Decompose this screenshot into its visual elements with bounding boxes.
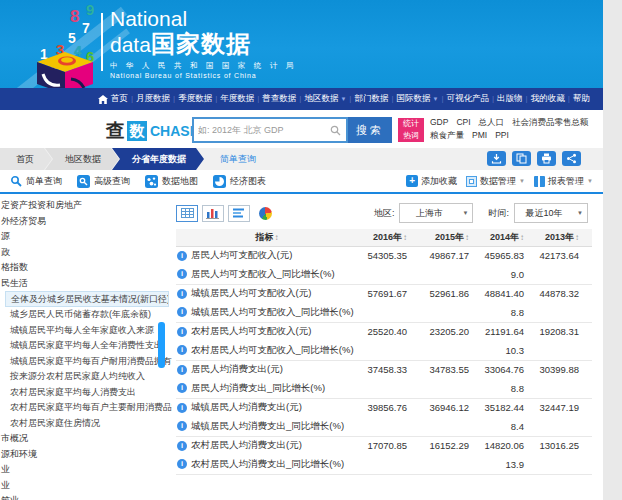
- table-body: i居民人均可支配收入(元)54305.3549867.1745965.83421…: [176, 246, 592, 474]
- report-manage-menu[interactable]: 报表管理 ▼: [534, 175, 593, 188]
- sidebar-item[interactable]: 民生活: [0, 276, 172, 292]
- download-button[interactable]: [487, 151, 506, 166]
- sidebar-item[interactable]: 农村居民家庭平均每百户主要耐用消费品拥有量: [0, 400, 172, 416]
- sidebar-item[interactable]: 市概况: [0, 431, 172, 447]
- tab-advanced-search[interactable]: 高级查询: [77, 175, 130, 188]
- search-input[interactable]: [194, 125, 330, 135]
- info-icon[interactable]: i: [177, 383, 187, 393]
- tab-search[interactable]: 简单查询: [10, 175, 62, 188]
- nav-item-home[interactable]: 首页: [98, 93, 128, 105]
- sidebar-item[interactable]: 农村居民家庭平均每人消费支出: [0, 385, 172, 401]
- sidebar-item[interactable]: 外经济贸易: [0, 214, 172, 230]
- info-icon[interactable]: i: [177, 269, 187, 279]
- tab-data-map[interactable]: 数据地图: [145, 175, 198, 188]
- info-icon[interactable]: i: [177, 251, 187, 261]
- nav-item[interactable]: 部门数据: [354, 93, 388, 105]
- info-icon[interactable]: i: [177, 345, 187, 355]
- column-header-year[interactable]: 2014年↕: [482, 229, 537, 246]
- hot-word-link[interactable]: 粮食产量: [430, 129, 464, 142]
- nav-item[interactable]: 月度数据: [136, 93, 170, 105]
- add-favorite-button[interactable]: + 添加收藏: [406, 175, 457, 188]
- value-cell: 57691.67: [358, 284, 420, 303]
- column-header-indicator[interactable]: 指标↕: [176, 229, 358, 246]
- value-cell: 13016.25: [537, 436, 592, 455]
- search-button[interactable]: 搜索: [348, 117, 392, 143]
- sidebar-item[interactable]: 城乡居民人民币储蓄存款(年底余额): [0, 307, 172, 323]
- column-header-year[interactable]: 2016年↕: [358, 229, 420, 246]
- column-header-year[interactable]: 2015年↕: [420, 229, 482, 246]
- breadcrumb-item[interactable]: 简单查询: [204, 148, 272, 170]
- sidebar-item[interactable]: 城镇居民家庭平均每百户耐用消费品拥有量: [0, 354, 172, 370]
- sidebar-item[interactable]: 农村居民家庭住房情况: [0, 416, 172, 432]
- info-icon[interactable]: i: [177, 365, 187, 375]
- info-icon[interactable]: i: [177, 403, 187, 413]
- site-subtitle-zh: 中 华 人 民 共 和 国 国 家 统 计 局: [110, 61, 297, 71]
- sidebar-item[interactable]: 按来源分农村居民家庭人均纯收入: [0, 369, 172, 385]
- sidebar-item[interactable]: 筑业: [0, 493, 172, 500]
- nav-item-label: 我的收藏: [531, 93, 565, 105]
- nav-separator: |: [391, 94, 393, 103]
- hot-word-link[interactable]: 总人口: [479, 116, 505, 129]
- indicator-label: 农村居民人均可支配收入_同比增长(%): [191, 344, 354, 357]
- sidebar-item[interactable]: 源: [0, 229, 172, 245]
- nav-separator: |: [257, 94, 259, 103]
- tab-label: 数据地图: [162, 175, 198, 188]
- sidebar-item[interactable]: 全体及分城乡居民收支基本情况(新口径): [5, 291, 169, 307]
- info-icon[interactable]: i: [177, 421, 187, 431]
- nav-item[interactable]: 我的收藏: [531, 93, 565, 105]
- value-cell: 9.0: [482, 265, 537, 284]
- info-icon[interactable]: i: [177, 459, 187, 469]
- breadcrumb-item[interactable]: 首页: [0, 148, 52, 170]
- view-bar-chart-button[interactable]: [202, 205, 224, 222]
- hot-word-link[interactable]: CPI: [456, 116, 470, 129]
- sidebar-item[interactable]: 定资产投资和房地产: [0, 198, 172, 214]
- share-button[interactable]: [562, 151, 581, 166]
- view-hbar-chart-button[interactable]: [228, 205, 250, 222]
- hot-word-link[interactable]: PPI: [495, 129, 509, 142]
- region-select[interactable]: 上海市 ▼: [399, 203, 473, 223]
- sidebar-item[interactable]: 政: [0, 245, 172, 261]
- nav-item-label: 可视化产品: [447, 93, 490, 105]
- nav-item[interactable]: 季度数据: [178, 93, 212, 105]
- nav-item[interactable]: 出版物: [497, 93, 523, 105]
- data-manage-menu[interactable]: 数据管理 ▼: [466, 175, 525, 188]
- value-cell: [358, 379, 420, 398]
- copy-button[interactable]: [512, 151, 531, 166]
- search-box: [192, 117, 348, 143]
- hot-word-link[interactable]: GDP: [430, 116, 448, 129]
- info-icon[interactable]: i: [177, 441, 187, 451]
- view-table-button[interactable]: [176, 205, 198, 222]
- hot-word-link[interactable]: PMI: [472, 129, 487, 142]
- sidebar-scrollbar-thumb[interactable]: [158, 322, 165, 368]
- value-cell: 45965.83: [482, 246, 537, 265]
- value-cell: [420, 265, 482, 284]
- info-icon[interactable]: i: [177, 327, 187, 337]
- sidebar-item[interactable]: 业: [0, 478, 172, 494]
- table-row: i城镇居民人均消费支出_同比增长(%)8.4: [176, 417, 592, 436]
- nav-item[interactable]: 国际数据▼: [397, 93, 439, 105]
- sidebar-item[interactable]: 城镇居民家庭平均每人全年消费性支出: [0, 338, 172, 354]
- nav-item[interactable]: 可视化产品: [447, 93, 490, 105]
- tab-econ-chart[interactable]: 经济图表: [213, 175, 266, 188]
- info-icon[interactable]: i: [177, 289, 187, 299]
- breadcrumb-item[interactable]: 地区数据: [45, 148, 119, 170]
- sidebar-item[interactable]: 城镇居民平均每人全年家庭收入来源: [0, 323, 172, 339]
- info-icon[interactable]: i: [177, 307, 187, 317]
- nav-item[interactable]: 普查数据: [262, 93, 296, 105]
- value-cell: [420, 341, 482, 360]
- nav-item[interactable]: 帮助: [573, 93, 590, 105]
- breadcrumb-item[interactable]: 分省年度数据: [112, 148, 204, 170]
- print-button[interactable]: [537, 151, 556, 166]
- time-select[interactable]: 最近10年 ▼: [514, 203, 588, 223]
- search-icon[interactable]: [330, 125, 341, 136]
- sidebar-item[interactable]: 业: [0, 462, 172, 478]
- column-header-year[interactable]: 2013年↕: [537, 229, 592, 246]
- indicator-label: 居民人均可支配收入_同比增长(%): [191, 268, 335, 281]
- nav-item[interactable]: 年度数据: [220, 93, 254, 105]
- sidebar-item[interactable]: 格指数: [0, 260, 172, 276]
- view-pie-chart-button[interactable]: [254, 205, 276, 222]
- chashu-logo-shu: 数: [127, 121, 147, 141]
- sidebar-item[interactable]: 源和环境: [0, 447, 172, 463]
- hot-word-link[interactable]: 社会消费品零售总额: [512, 116, 589, 129]
- nav-item[interactable]: 地区数据▼: [304, 93, 346, 105]
